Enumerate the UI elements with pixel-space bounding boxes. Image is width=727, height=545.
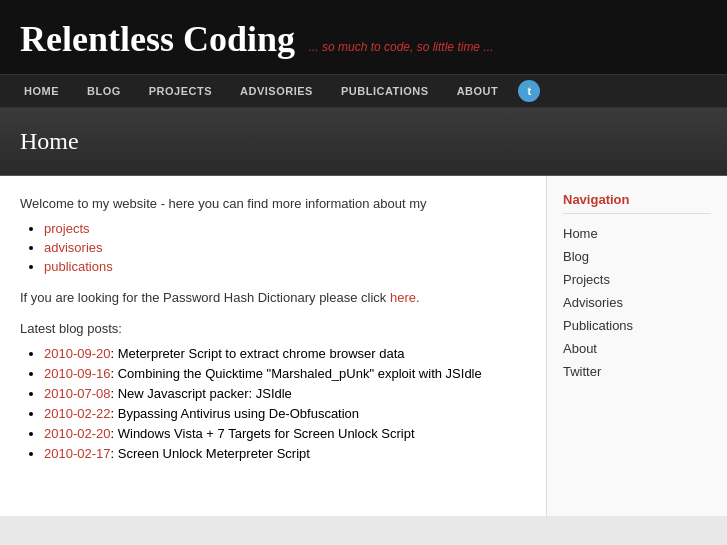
link-advisories[interactable]: advisories — [44, 240, 103, 255]
sidebar-nav-list: Home Blog Projects Advisories Publicatio… — [563, 222, 711, 383]
list-item: Blog — [563, 245, 711, 268]
nav-advisories[interactable]: ADVISORIES — [226, 75, 327, 107]
sidebar-item-about[interactable]: About — [563, 337, 711, 360]
sidebar-item-publications[interactable]: Publications — [563, 314, 711, 337]
list-item: Home — [563, 222, 711, 245]
blog-text-0: : Meterpreter Script to extract chrome b… — [111, 346, 405, 361]
intro-text: Welcome to my website - here you can fin… — [20, 196, 526, 211]
blog-text-1: : Combining the Quicktime "Marshaled_pUn… — [111, 366, 482, 381]
content-area: Welcome to my website - here you can fin… — [0, 176, 547, 516]
nav-blog[interactable]: BLOG — [73, 75, 135, 107]
blog-text-5: : Screen Unlock Meterpreter Script — [111, 446, 310, 461]
hash-dict-link[interactable]: here — [390, 290, 416, 305]
header: Relentless Coding ... so much to code, s… — [0, 0, 727, 74]
nav-publications[interactable]: PUBLICATIONS — [327, 75, 443, 107]
blog-posts-list: 2010-09-20: Meterpreter Script to extrac… — [44, 346, 526, 461]
sidebar-item-projects[interactable]: Projects — [563, 268, 711, 291]
list-item: 2010-02-20: Windows Vista + 7 Targets fo… — [44, 426, 526, 441]
blog-text-3: : Bypassing Antivirus using De-Obfuscati… — [111, 406, 360, 421]
blog-posts-label: Latest blog posts: — [20, 321, 526, 336]
blog-date-2[interactable]: 2010-07-08 — [44, 386, 111, 401]
blog-date-1[interactable]: 2010-09-16 — [44, 366, 111, 381]
nav-about[interactable]: ABOUT — [443, 75, 513, 107]
list-item: 2010-02-22: Bypassing Antivirus using De… — [44, 406, 526, 421]
list-item: Twitter — [563, 360, 711, 383]
sidebar-item-blog[interactable]: Blog — [563, 245, 711, 268]
sidebar-nav-title: Navigation — [563, 192, 711, 214]
blog-date-3[interactable]: 2010-02-22 — [44, 406, 111, 421]
sidebar-item-twitter[interactable]: Twitter — [563, 360, 711, 383]
list-item: 2010-09-20: Meterpreter Script to extrac… — [44, 346, 526, 361]
page-title: Home — [20, 128, 707, 155]
list-item: 2010-02-17: Screen Unlock Meterpreter Sc… — [44, 446, 526, 461]
navbar: HOME BLOG PROJECTS ADVISORIES PUBLICATIO… — [0, 74, 727, 108]
site-tagline: ... so much to code, so little time ... — [309, 40, 494, 54]
nav-home[interactable]: HOME — [10, 75, 73, 107]
list-item: 2010-07-08: New Javascript packer: JSIdl… — [44, 386, 526, 401]
site-title: Relentless Coding — [20, 19, 295, 59]
blog-date-5[interactable]: 2010-02-17 — [44, 446, 111, 461]
list-item: Publications — [563, 314, 711, 337]
list-item: Advisories — [563, 291, 711, 314]
blog-text-4: : Windows Vista + 7 Targets for Screen U… — [111, 426, 415, 441]
list-item: publications — [44, 259, 526, 274]
blog-date-0[interactable]: 2010-09-20 — [44, 346, 111, 361]
list-item: Projects — [563, 268, 711, 291]
hash-dict-text: If you are looking for the Password Hash… — [20, 290, 526, 305]
sidebar: Navigation Home Blog Projects Advisories… — [547, 176, 727, 516]
nav-projects[interactable]: PROJECTS — [135, 75, 226, 107]
link-projects[interactable]: projects — [44, 221, 90, 236]
twitter-icon[interactable]: t — [518, 80, 540, 102]
page-title-bar: Home — [0, 108, 727, 176]
list-item: 2010-09-16: Combining the Quicktime "Mar… — [44, 366, 526, 381]
sidebar-item-advisories[interactable]: Advisories — [563, 291, 711, 314]
intro-links-list: projects advisories publications — [44, 221, 526, 274]
list-item: projects — [44, 221, 526, 236]
main-wrapper: Welcome to my website - here you can fin… — [0, 176, 727, 516]
link-publications[interactable]: publications — [44, 259, 113, 274]
sidebar-item-home[interactable]: Home — [563, 222, 711, 245]
blog-date-4[interactable]: 2010-02-20 — [44, 426, 111, 441]
blog-text-2: : New Javascript packer: JSIdle — [111, 386, 292, 401]
list-item: About — [563, 337, 711, 360]
list-item: advisories — [44, 240, 526, 255]
